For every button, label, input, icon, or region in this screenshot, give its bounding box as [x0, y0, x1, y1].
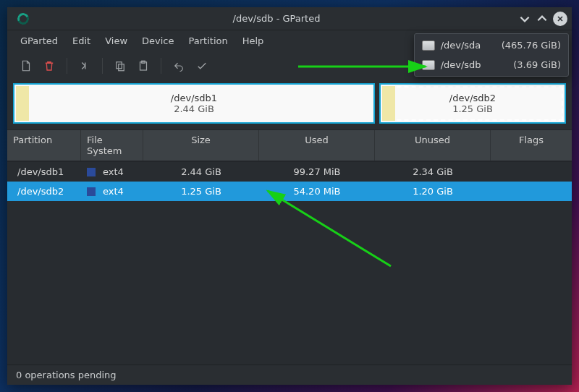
- gparted-window: /dev/sdb - GParted GParted Edit View Dev…: [7, 7, 572, 385]
- partition-block-sdb1[interactable]: /dev/sdb1 2.44 GiB: [13, 83, 375, 124]
- delete-partition-button[interactable]: [38, 56, 61, 76]
- partition-block-sdb2[interactable]: /dev/sdb2 1.25 GiB: [379, 83, 566, 124]
- cell-unused: 2.34 GiB: [375, 162, 491, 182]
- new-partition-button[interactable]: [14, 56, 38, 76]
- device-selector-popup: /dev/sda (465.76 GiB) /dev/sdb (3.69 GiB…: [414, 33, 569, 77]
- toolbar-separator: [67, 58, 67, 74]
- menu-partition[interactable]: Partition: [183, 33, 234, 48]
- copy-button[interactable]: [109, 56, 132, 76]
- cell-partition: /dev/sdb1: [7, 162, 81, 182]
- titlebar: /dev/sdb - GParted: [7, 7, 572, 30]
- partition-block-size: 2.44 GiB: [174, 103, 214, 114]
- status-text: 0 operations pending: [16, 370, 117, 380]
- table-row[interactable]: /dev/sdb1 ext4 2.44 GiB 99.27 MiB 2.34 G…: [7, 162, 572, 182]
- header-filesystem[interactable]: File System: [81, 130, 143, 161]
- minimize-button[interactable]: [518, 12, 531, 25]
- cell-flags: [491, 187, 572, 196]
- header-size[interactable]: Size: [143, 130, 259, 161]
- copy-icon: [114, 59, 127, 72]
- device-size: (3.69 GiB): [502, 59, 561, 70]
- maximize-button[interactable]: [536, 12, 549, 25]
- cell-flags: [491, 168, 572, 176]
- table-row[interactable]: /dev/sdb2 ext4 1.25 GiB 54.20 MiB 1.20 G…: [7, 182, 572, 201]
- app-icon: [16, 12, 30, 26]
- close-button[interactable]: [553, 12, 567, 26]
- window-controls: [518, 12, 567, 26]
- cell-filesystem: ext4: [81, 162, 143, 182]
- ext4-color-icon: [87, 187, 96, 196]
- used-space-indicator: [16, 86, 29, 121]
- device-name: /dev/sdb: [441, 59, 496, 70]
- cell-size: 2.44 GiB: [143, 162, 259, 182]
- partition-block-label: /dev/sdb1: [171, 93, 217, 103]
- cell-used: 99.27 MiB: [259, 162, 375, 182]
- statusbar: 0 operations pending: [7, 365, 572, 385]
- toolbar-separator: [102, 58, 103, 74]
- menu-gparted[interactable]: GParted: [14, 33, 64, 48]
- check-icon: [195, 59, 208, 72]
- partition-table-header: Partition File System Size Used Unused F…: [7, 129, 572, 161]
- apply-button[interactable]: [190, 56, 214, 76]
- toolbar-separator: [161, 58, 161, 74]
- partition-block-label: /dev/sdb2: [449, 93, 496, 103]
- device-name: /dev/sda: [441, 40, 496, 51]
- close-icon: [556, 14, 565, 23]
- cell-partition: /dev/sdb2: [7, 182, 81, 201]
- header-used[interactable]: Used: [259, 130, 375, 161]
- cell-unused: 1.20 GiB: [375, 182, 491, 201]
- window-title: /dev/sdb - GParted: [35, 13, 518, 24]
- device-option-sda[interactable]: /dev/sda (465.76 GiB): [415, 35, 568, 55]
- header-unused[interactable]: Unused: [375, 130, 491, 161]
- undo-icon: [172, 59, 185, 72]
- svg-rect-0: [117, 62, 122, 69]
- device-size: (465.76 GiB): [502, 40, 561, 51]
- cell-filesystem-text: ext4: [103, 186, 124, 197]
- partition-block-size: 1.25 GiB: [452, 103, 493, 114]
- menu-view[interactable]: View: [99, 33, 133, 48]
- disk-map: /dev/sdb1 2.44 GiB /dev/sdb2 1.25 GiB: [7, 83, 572, 129]
- undo-button[interactable]: [167, 56, 190, 76]
- cell-filesystem-text: ext4: [103, 166, 124, 177]
- used-space-indicator: [382, 86, 395, 121]
- harddisk-icon: [422, 41, 435, 51]
- resize-icon: [78, 59, 91, 72]
- partition-table-body: /dev/sdb1 ext4 2.44 GiB 99.27 MiB 2.34 G…: [7, 161, 572, 365]
- resize-move-button[interactable]: [73, 56, 96, 76]
- cell-size: 1.25 GiB: [143, 182, 259, 201]
- chevron-up-icon: [536, 12, 549, 25]
- device-option-sdb[interactable]: /dev/sdb (3.69 GiB): [415, 55, 568, 74]
- header-partition[interactable]: Partition: [7, 130, 81, 161]
- trash-icon: [43, 59, 56, 72]
- ext4-color-icon: [87, 168, 96, 176]
- paste-icon: [137, 59, 150, 72]
- menu-device[interactable]: Device: [136, 33, 179, 48]
- cell-filesystem: ext4: [81, 182, 143, 201]
- chevron-down-icon: [518, 12, 531, 25]
- paste-button[interactable]: [132, 56, 155, 76]
- menu-edit[interactable]: Edit: [67, 33, 96, 48]
- cell-used: 54.20 MiB: [259, 182, 375, 201]
- document-new-icon: [20, 59, 33, 72]
- menu-help[interactable]: Help: [237, 33, 270, 48]
- svg-rect-1: [119, 64, 124, 71]
- header-flags[interactable]: Flags: [491, 130, 572, 161]
- harddisk-icon: [422, 60, 435, 70]
